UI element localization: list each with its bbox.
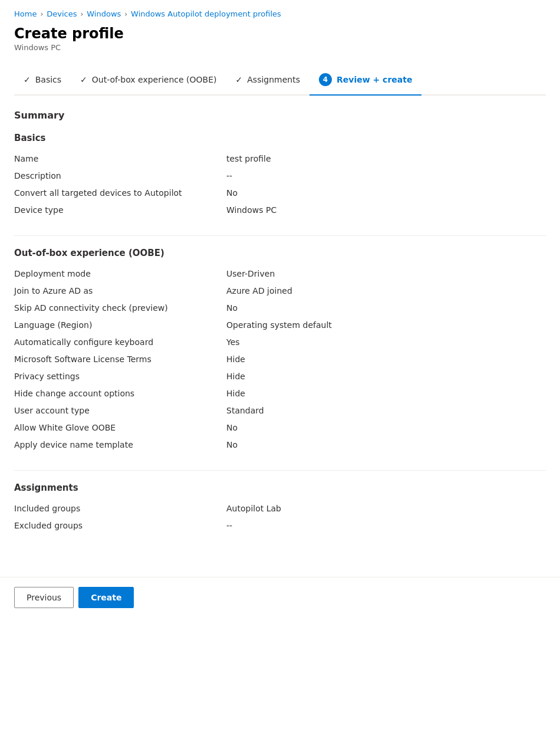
breadcrumb-sep-2: › — [80, 10, 83, 18]
field-value-convert: No — [226, 188, 238, 198]
field-value-auto-keyboard: Yes — [226, 337, 240, 347]
basics-section: Basics Name test profile Description -- … — [14, 133, 546, 219]
field-deployment-mode: Deployment mode User-Driven — [14, 265, 546, 283]
field-label-join-azure: Join to Azure AD as — [14, 286, 226, 296]
field-excluded-groups: Excluded groups -- — [14, 517, 546, 534]
basics-section-title: Basics — [14, 133, 546, 143]
field-value-device-type: Windows PC — [226, 205, 276, 215]
step-number-review: 4 — [319, 73, 332, 86]
field-label-device-name-template: Apply device name template — [14, 440, 226, 449]
oobe-section: Out-of-box experience (OOBE) Deployment … — [14, 248, 546, 454]
wizard-step-basics[interactable]: ✓ Basics — [14, 68, 71, 93]
field-convert: Convert all targeted devices to Autopilo… — [14, 185, 546, 202]
field-label-convert: Convert all targeted devices to Autopilo… — [14, 188, 226, 198]
field-privacy: Privacy settings Hide — [14, 368, 546, 385]
page-title: Create profile — [14, 25, 546, 42]
wizard-steps: ✓ Basics ✓ Out-of-box experience (OOBE) … — [14, 66, 546, 96]
previous-button[interactable]: Previous — [14, 587, 74, 608]
field-hide-account: Hide change account options Hide — [14, 385, 546, 402]
field-value-privacy: Hide — [226, 372, 245, 381]
field-value-language: Operating system default — [226, 320, 332, 330]
field-label-license: Microsoft Software License Terms — [14, 354, 226, 364]
divider-2 — [14, 470, 546, 471]
create-button[interactable]: Create — [78, 587, 134, 608]
field-label-device-type: Device type — [14, 205, 226, 215]
breadcrumb-devices[interactable]: Devices — [47, 9, 77, 18]
field-value-hide-account: Hide — [226, 389, 245, 398]
assignments-section-title: Assignments — [14, 482, 546, 493]
breadcrumb-autopilot: Windows Autopilot deployment profiles — [131, 9, 281, 18]
wizard-step-review[interactable]: 4 Review + create — [309, 66, 421, 94]
field-value-join-azure: Azure AD joined — [226, 286, 292, 296]
field-label-hide-account: Hide change account options — [14, 389, 226, 398]
step-label-review: Review + create — [337, 75, 412, 84]
field-user-account-type: User account type Standard — [14, 402, 546, 419]
field-label-description: Description — [14, 171, 226, 180]
step-label-basics: Basics — [35, 75, 61, 84]
page-subtitle: Windows PC — [14, 43, 546, 52]
oobe-section-title: Out-of-box experience (OOBE) — [14, 248, 546, 258]
field-name: Name test profile — [14, 150, 546, 168]
field-value-description: -- — [226, 171, 232, 180]
footer: Previous Create — [0, 577, 560, 618]
divider-1 — [14, 235, 546, 236]
field-language: Language (Region) Operating system defau… — [14, 317, 546, 334]
field-join-azure: Join to Azure AD as Azure AD joined — [14, 283, 546, 300]
summary-title: Summary — [14, 110, 546, 121]
content-area: Summary Basics Name test profile Descrip… — [14, 96, 546, 565]
field-label-deployment-mode: Deployment mode — [14, 269, 226, 278]
step-label-oobe: Out-of-box experience (OOBE) — [92, 75, 217, 84]
field-included-groups: Included groups Autopilot Lab — [14, 500, 546, 517]
field-label-auto-keyboard: Automatically configure keyboard — [14, 337, 226, 347]
breadcrumb-sep-3: › — [124, 10, 127, 18]
field-auto-keyboard: Automatically configure keyboard Yes — [14, 334, 546, 351]
wizard-step-oobe[interactable]: ✓ Out-of-box experience (OOBE) — [71, 68, 226, 93]
field-value-deployment-mode: User-Driven — [226, 269, 275, 278]
check-icon-basics: ✓ — [24, 75, 31, 84]
field-label-user-account-type: User account type — [14, 406, 226, 415]
field-skip-ad: Skip AD connectivity check (preview) No — [14, 300, 546, 317]
field-value-name: test profile — [226, 154, 271, 163]
field-value-white-glove: No — [226, 423, 238, 432]
breadcrumb-sep-1: › — [40, 10, 43, 18]
wizard-step-assignments[interactable]: ✓ Assignments — [226, 68, 309, 93]
field-value-license: Hide — [226, 354, 245, 364]
field-label-privacy: Privacy settings — [14, 372, 226, 381]
field-device-type: Device type Windows PC — [14, 202, 546, 219]
breadcrumb: Home › Devices › Windows › Windows Autop… — [14, 9, 546, 18]
field-device-name-template: Apply device name template No — [14, 436, 546, 454]
assignments-section: Assignments Included groups Autopilot La… — [14, 482, 546, 534]
field-white-glove: Allow White Glove OOBE No — [14, 419, 546, 436]
field-description: Description -- — [14, 168, 546, 185]
field-value-device-name-template: No — [226, 440, 238, 449]
check-icon-oobe: ✓ — [80, 75, 87, 84]
step-label-assignments: Assignments — [247, 75, 300, 84]
field-value-included-groups: Autopilot Lab — [226, 504, 281, 513]
field-value-excluded-groups: -- — [226, 521, 232, 530]
field-label-white-glove: Allow White Glove OOBE — [14, 423, 226, 432]
check-icon-assignments: ✓ — [236, 75, 243, 84]
field-label-included-groups: Included groups — [14, 504, 226, 513]
field-label-skip-ad: Skip AD connectivity check (preview) — [14, 303, 226, 313]
breadcrumb-home[interactable]: Home — [14, 9, 37, 18]
field-value-skip-ad: No — [226, 303, 238, 313]
breadcrumb-windows[interactable]: Windows — [87, 9, 121, 18]
field-label-excluded-groups: Excluded groups — [14, 521, 226, 530]
field-label-language: Language (Region) — [14, 320, 226, 330]
field-label-name: Name — [14, 154, 226, 163]
field-license: Microsoft Software License Terms Hide — [14, 351, 546, 368]
field-value-user-account-type: Standard — [226, 406, 264, 415]
